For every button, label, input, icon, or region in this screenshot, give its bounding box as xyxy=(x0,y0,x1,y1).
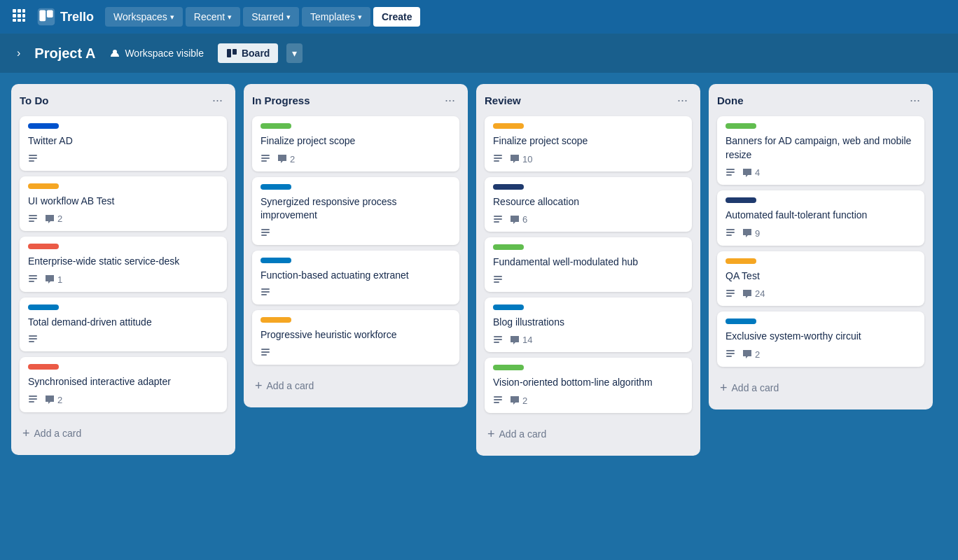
svg-rect-15 xyxy=(29,155,37,156)
card-title: Banners for AD campaign, web and mobile … xyxy=(726,134,916,162)
comment-icon: 24 xyxy=(742,288,765,299)
board-view-button[interactable]: Board xyxy=(218,43,278,63)
description-icon xyxy=(261,154,270,164)
card[interactable]: Exclusive system-worthy circuit 2 xyxy=(717,312,924,367)
svg-rect-42 xyxy=(494,155,502,156)
column-menu-button[interactable]: ··· xyxy=(673,92,692,108)
card[interactable]: Progressive heuristic workforce xyxy=(252,310,459,365)
description-icon xyxy=(726,349,735,359)
card-footer: 2 xyxy=(28,214,218,224)
trello-logo[interactable]: Trello xyxy=(36,7,94,27)
card-footer: 24 xyxy=(726,288,916,299)
card[interactable]: Enterprise-wide static service-desk 1 xyxy=(20,237,227,292)
svg-rect-56 xyxy=(494,402,499,403)
card-tag xyxy=(726,318,756,324)
comment-icon: 4 xyxy=(742,167,760,178)
description-icon xyxy=(28,214,38,224)
card[interactable]: Total demand-driven attitude xyxy=(20,298,227,352)
column-header: In Progress··· xyxy=(252,92,459,108)
card[interactable]: Synergized responsive process improvemen… xyxy=(252,177,459,245)
svg-rect-28 xyxy=(29,398,37,400)
card-footer xyxy=(28,335,218,344)
card-title: Enterprise-wide static service-desk xyxy=(28,255,218,269)
svg-rect-20 xyxy=(29,220,34,222)
card[interactable]: Finalize project scope 10 xyxy=(485,116,692,172)
svg-rect-52 xyxy=(494,339,502,340)
recent-menu-button[interactable]: Recent ▾ xyxy=(186,7,240,27)
starred-menu-button[interactable]: Starred ▾ xyxy=(243,7,299,27)
svg-rect-44 xyxy=(494,160,499,162)
add-card-label: Add a card xyxy=(267,380,314,391)
column-menu-button[interactable]: ··· xyxy=(440,92,459,108)
card[interactable]: Synchronised interactive adapter 2 xyxy=(20,357,227,412)
description-icon xyxy=(28,154,38,164)
card-tag xyxy=(493,244,524,250)
add-card-label: Add a card xyxy=(499,428,547,440)
add-card-button[interactable]: + Add a card xyxy=(20,421,227,447)
card[interactable]: UI workflow AB Test 2 xyxy=(20,176,227,232)
add-card-button[interactable]: + Add a card xyxy=(485,421,692,447)
svg-rect-8 xyxy=(22,19,25,22)
add-card-button[interactable]: + Add a card xyxy=(717,375,924,401)
column-header: To Do··· xyxy=(20,92,227,108)
svg-rect-51 xyxy=(494,336,502,337)
card-footer: 14 xyxy=(493,335,683,345)
grid-menu-icon[interactable] xyxy=(8,5,29,29)
board-options-button[interactable]: ▾ xyxy=(286,43,303,63)
svg-rect-2 xyxy=(22,9,25,13)
card[interactable]: QA Test 24 xyxy=(717,251,924,307)
templates-menu-button[interactable]: Templates ▾ xyxy=(302,7,370,27)
card[interactable]: Blog illustrations 14 xyxy=(485,298,692,353)
svg-rect-16 xyxy=(29,158,37,159)
card-footer xyxy=(261,228,451,238)
svg-rect-43 xyxy=(494,158,502,159)
create-button[interactable]: Create xyxy=(373,7,421,27)
svg-rect-7 xyxy=(18,19,21,22)
column-inprogress: In Progress···Finalize project scope 2Sy… xyxy=(244,84,468,407)
column-header: Done··· xyxy=(717,92,924,108)
card[interactable]: Vision-oriented bottom-line algorithm 2 xyxy=(485,358,692,413)
card[interactable]: Finalize project scope 2 xyxy=(252,116,459,172)
comment-icon: 2 xyxy=(45,395,62,405)
chevron-down-icon: ▾ xyxy=(170,13,174,22)
svg-rect-4 xyxy=(18,14,21,18)
sidebar-toggle-button[interactable]: › xyxy=(11,45,26,62)
card[interactable]: Resource allocation 6 xyxy=(485,177,692,232)
comment-icon: 6 xyxy=(510,214,527,225)
board-title: Project A xyxy=(34,46,95,62)
card-footer: 9 xyxy=(726,228,916,239)
workspaces-menu-button[interactable]: Workspaces ▾ xyxy=(105,7,183,27)
card-title: Synchronised interactive adapter xyxy=(28,375,218,389)
card-tag xyxy=(28,183,59,189)
svg-rect-68 xyxy=(726,356,732,357)
card-title: Exclusive system-worthy circuit xyxy=(726,330,916,344)
svg-rect-63 xyxy=(726,290,735,291)
workspace-visibility-button[interactable]: Workspace visible xyxy=(104,45,209,62)
top-navigation: Trello Workspaces ▾ Recent ▾ Starred ▾ T… xyxy=(0,0,958,34)
column-menu-button[interactable]: ··· xyxy=(905,92,924,108)
description-icon xyxy=(726,168,735,178)
description-icon xyxy=(28,335,38,344)
card[interactable]: Fundamental well-modulated hub xyxy=(485,237,692,292)
column-menu-button[interactable]: ··· xyxy=(208,92,227,108)
column-review: Review···Finalize project scope 10Resour… xyxy=(476,84,700,456)
add-card-button[interactable]: + Add a card xyxy=(252,373,459,399)
card-tag xyxy=(261,184,291,190)
add-card-label: Add a card xyxy=(732,382,779,393)
card[interactable]: Banners for AD campaign, web and mobile … xyxy=(717,116,924,185)
card[interactable]: Twitter AD xyxy=(20,116,227,171)
column-title: To Do xyxy=(20,94,48,106)
description-icon xyxy=(261,228,270,238)
card-tag xyxy=(726,197,756,203)
column-title: Done xyxy=(717,94,744,106)
svg-rect-27 xyxy=(29,396,37,397)
card[interactable]: Automated fault-tolerant function 9 xyxy=(717,190,924,246)
description-icon xyxy=(493,154,503,164)
card[interactable]: Function-based actuating extranet xyxy=(252,251,459,305)
comment-icon: 2 xyxy=(277,154,295,164)
card-title: Finalize project scope xyxy=(261,134,451,148)
board-view-icon xyxy=(226,48,237,59)
svg-rect-22 xyxy=(29,278,37,279)
card-footer: 1 xyxy=(28,274,218,285)
card-title: Resource allocation xyxy=(493,195,683,209)
